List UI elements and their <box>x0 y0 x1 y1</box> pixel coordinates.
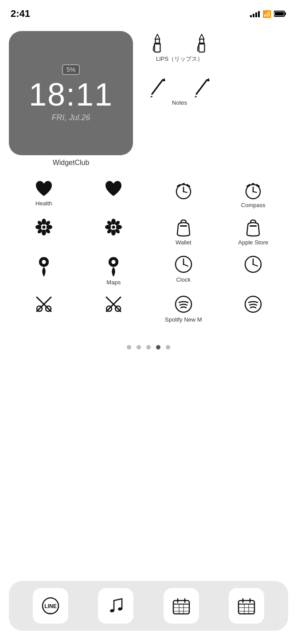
svg-marker-5 <box>155 34 160 39</box>
svg-rect-28 <box>252 183 254 185</box>
line-app-icon[interactable]: LINE <box>33 588 68 624</box>
signal-icon <box>250 10 260 17</box>
line-icon: LINE <box>41 596 60 616</box>
svg-point-44 <box>116 225 122 229</box>
health-icon-1[interactable]: Health <box>9 176 79 213</box>
page-dot-1[interactable] <box>127 345 131 349</box>
spotify-svg-1 <box>174 295 193 314</box>
cut-icon-2[interactable] <box>79 290 149 327</box>
notes-label: Notes <box>172 99 187 106</box>
widget-time: 18:11 <box>29 79 113 110</box>
svg-point-41 <box>111 219 116 225</box>
clock-svg-1 <box>174 255 193 274</box>
cut-icon-1[interactable] <box>9 290 79 327</box>
svg-marker-13 <box>195 96 197 98</box>
widgetclub-label: WidgetClub <box>53 159 90 167</box>
widget-date: FRI, Jul.26 <box>51 113 90 122</box>
notes-icon-2[interactable] <box>186 76 217 98</box>
compass-icon-2[interactable]: Compass <box>219 176 289 213</box>
heart-icon-1 <box>34 180 54 198</box>
svg-line-12 <box>196 80 207 94</box>
calendar-app-icon-1[interactable] <box>164 588 199 624</box>
clock-icon-1[interactable]: Clock <box>148 250 219 290</box>
wallet-icon[interactable]: Wallet <box>148 213 219 250</box>
svg-rect-3 <box>154 43 160 52</box>
spotify-icon-1[interactable]: Spotify New M <box>148 290 219 327</box>
page-dot-4[interactable] <box>156 345 160 349</box>
purse-svg-2 <box>243 217 263 237</box>
maps-icon-1[interactable] <box>9 250 79 290</box>
wallet-label: Wallet <box>176 239 191 246</box>
apple-store-icon[interactable]: Apple Store <box>219 213 289 250</box>
svg-marker-11 <box>163 78 165 82</box>
flower-svg-2 <box>104 217 123 237</box>
calendar-app-icon-2[interactable] <box>229 588 264 624</box>
lips-icon-1[interactable] <box>142 31 173 53</box>
spotify-icon-2[interactable] <box>219 290 289 327</box>
clock-svg-2 <box>243 255 263 274</box>
scissors-svg-2 <box>104 295 123 314</box>
svg-line-77 <box>114 599 122 601</box>
home-screen: 5% 18:11 FRI, Jul.26 WidgetClub <box>0 22 297 349</box>
pin-svg-2 <box>104 255 123 277</box>
calendar-icon-1 <box>172 596 191 616</box>
lips-icon-2[interactable] <box>186 31 217 53</box>
maps-icon-2[interactable]: Maps <box>79 250 149 290</box>
svg-point-32 <box>35 225 42 229</box>
battery-icon <box>274 10 286 17</box>
flower-icon-2[interactable] <box>79 213 149 250</box>
svg-marker-14 <box>207 78 210 82</box>
clock-label: Clock <box>176 276 191 283</box>
app-grid: Health <box>9 176 288 327</box>
widget-club-widget[interactable]: 5% 18:11 FRI, Jul.26 <box>9 31 133 155</box>
music-app-icon[interactable] <box>98 588 133 624</box>
pin-svg-1 <box>34 255 54 277</box>
page-dot-3[interactable] <box>146 345 151 349</box>
lips-label: LIPS（リップス） <box>156 55 203 63</box>
lips-group: LIPS（リップス） <box>142 31 217 63</box>
svg-rect-51 <box>180 225 187 227</box>
calendar-icon-2 <box>237 596 256 616</box>
right-icon-groups: LIPS（リップス） <box>142 31 217 106</box>
clock-icon-2[interactable] <box>219 250 289 290</box>
health-icon-2[interactable] <box>79 176 149 213</box>
compass-label: Compass <box>241 202 266 208</box>
lipstick-icon-1 <box>148 31 168 53</box>
page-dot-2[interactable] <box>137 345 141 349</box>
page-dot-5[interactable] <box>166 345 170 349</box>
svg-line-9 <box>152 80 163 94</box>
svg-line-18 <box>184 192 187 192</box>
svg-rect-6 <box>199 43 204 52</box>
svg-rect-2 <box>275 12 284 16</box>
music-icon <box>106 596 125 616</box>
svg-line-25 <box>253 192 257 192</box>
heart-icon-2 <box>104 180 123 198</box>
status-time: 2:41 <box>11 8 30 20</box>
pencil-icon-1 <box>148 76 166 98</box>
flower-icon-1[interactable] <box>9 213 79 250</box>
widget-battery: 5% <box>62 64 80 75</box>
svg-rect-52 <box>250 225 257 227</box>
svg-point-39 <box>42 226 45 229</box>
top-section: 5% 18:11 FRI, Jul.26 WidgetClub <box>9 31 288 167</box>
svg-rect-1 <box>285 12 286 15</box>
spotify-svg-2 <box>243 295 263 314</box>
svg-rect-21 <box>182 183 185 185</box>
notes-icon-1[interactable] <box>142 76 173 98</box>
apple-store-label: Apple Store <box>238 239 268 246</box>
compass-icon-1[interactable] <box>148 176 219 213</box>
health-label: Health <box>35 200 52 207</box>
svg-point-31 <box>42 229 46 236</box>
svg-point-30 <box>42 219 46 225</box>
maps-label: Maps <box>106 279 121 286</box>
wifi-icon: 📶 <box>262 10 271 18</box>
svg-line-60 <box>184 264 188 266</box>
scissors-svg-1 <box>34 295 54 314</box>
svg-rect-90 <box>238 601 254 614</box>
svg-point-43 <box>105 225 111 229</box>
status-bar: 2:41 📶 <box>0 0 297 22</box>
page-dots <box>9 345 288 349</box>
alarm-icon-1 <box>174 180 193 200</box>
svg-point-33 <box>46 225 52 229</box>
svg-point-56 <box>112 260 116 264</box>
